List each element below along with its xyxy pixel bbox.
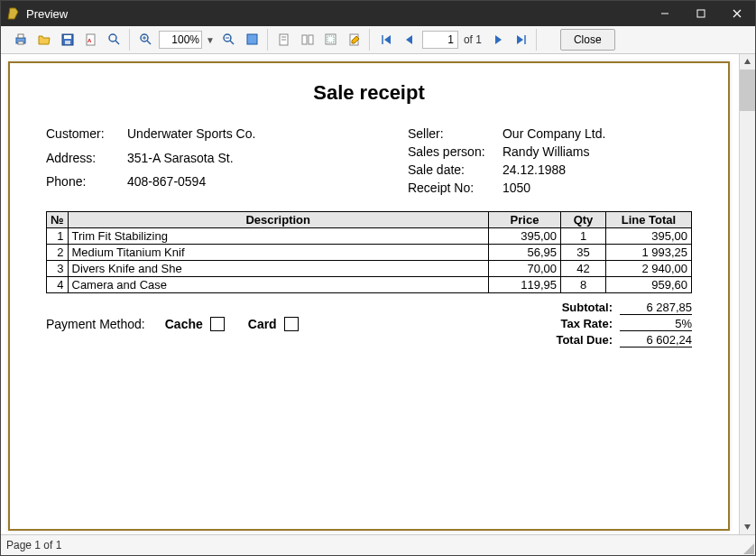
cell-total: 2 940,00 <box>606 261 692 277</box>
svg-marker-32 <box>406 35 412 44</box>
close-window-button[interactable] <box>719 1 755 26</box>
maximize-button[interactable] <box>683 1 719 26</box>
cell-qty: 1 <box>561 228 606 245</box>
margins-icon[interactable] <box>320 29 342 51</box>
svg-marker-33 <box>495 35 502 44</box>
svg-rect-21 <box>247 34 257 44</box>
preview-area: Sale receipt Customer: Underwater Sports… <box>1 54 739 534</box>
last-page-icon[interactable] <box>511 29 532 51</box>
svg-marker-37 <box>744 524 751 530</box>
pay-opt-cache: Cache <box>165 317 203 331</box>
close-button[interactable]: Close <box>560 29 615 51</box>
scroll-up-icon[interactable] <box>740 54 755 70</box>
col-idx: № <box>47 212 69 228</box>
cell-total: 395,00 <box>606 228 692 245</box>
svg-rect-1 <box>697 10 705 17</box>
cell-idx: 4 <box>47 277 69 293</box>
cell-desc: Medium Titanium Knif <box>68 245 489 261</box>
print-icon[interactable] <box>10 29 32 51</box>
table-row: 1Trim Fit Stabilizing395,001395,00 <box>47 228 692 245</box>
svg-rect-25 <box>302 35 307 44</box>
totals: Subtotal: 6 287,85 Tax Rate: 5% Total Du… <box>556 301 692 348</box>
cell-qty: 35 <box>561 245 606 261</box>
cell-price: 56,95 <box>489 245 561 261</box>
svg-line-13 <box>115 41 119 44</box>
export-pdf-icon[interactable]: A <box>80 29 102 51</box>
page-number-input[interactable] <box>422 31 458 49</box>
taxrate-label: Tax Rate: <box>556 317 613 331</box>
table-row: 4Camera and Case119,958959,60 <box>47 277 692 293</box>
cell-qty: 42 <box>561 261 606 277</box>
address-value: 351-A Sarasota St. <box>127 151 408 171</box>
col-qty: Qty <box>561 212 606 228</box>
find-icon[interactable] <box>104 29 125 51</box>
items-table: № Description Price Qty Line Total 1Trim… <box>46 211 692 293</box>
cell-price: 70,00 <box>489 261 561 277</box>
cell-total: 1 993,25 <box>606 245 692 261</box>
saledate-value: 24.12.1988 <box>502 162 605 177</box>
status-text: Page 1 of 1 <box>6 539 61 551</box>
cell-price: 119,95 <box>489 277 561 293</box>
cell-total: 959,60 <box>606 277 692 293</box>
pay-checkbox-card <box>284 317 299 331</box>
col-total: Line Total <box>606 212 692 228</box>
svg-rect-9 <box>65 41 70 44</box>
zoom-combo[interactable] <box>159 31 202 49</box>
two-page-icon[interactable] <box>297 29 318 51</box>
address-label: Address: <box>46 151 118 171</box>
scroll-down-icon[interactable] <box>740 519 755 534</box>
titlebar: Preview <box>1 1 755 26</box>
zoom-in-icon[interactable] <box>135 29 157 51</box>
statusbar: Page 1 of 1 <box>1 534 755 555</box>
open-icon[interactable] <box>33 29 55 51</box>
table-row: 3Divers Knife and She70,00422 940,00 <box>47 261 692 277</box>
zoom-dropdown-icon[interactable]: ▼ <box>204 35 217 45</box>
page-settings-icon[interactable] <box>273 29 295 51</box>
preview-window: Preview A <box>0 0 756 556</box>
cell-qty: 8 <box>561 277 606 293</box>
phone-label: Phone: <box>46 174 118 195</box>
cell-price: 395,00 <box>489 228 561 245</box>
page-of-label: of 1 <box>460 33 485 46</box>
receiptno-value: 1050 <box>502 181 605 195</box>
pay-checkbox-cache <box>210 317 225 331</box>
cell-desc: Trim Fit Stabilizing <box>68 228 489 245</box>
fullscreen-icon[interactable] <box>242 29 263 51</box>
payment-method-label: Payment Method: <box>46 317 145 331</box>
svg-rect-8 <box>64 35 71 39</box>
cell-idx: 1 <box>47 228 69 245</box>
app-icon <box>6 6 21 21</box>
receiptno-label: Receipt No: <box>408 181 493 195</box>
edit-page-icon[interactable] <box>344 29 365 51</box>
customer-label: Customer: <box>46 126 118 147</box>
svg-rect-26 <box>309 35 313 44</box>
svg-line-17 <box>147 41 151 44</box>
vertical-scrollbar[interactable] <box>739 54 755 534</box>
subtotal-value: 6 287,85 <box>620 301 692 315</box>
cell-idx: 3 <box>47 261 69 277</box>
col-price: Price <box>489 212 561 228</box>
svg-rect-5 <box>18 34 23 38</box>
cell-idx: 2 <box>47 245 69 261</box>
table-row: 2Medium Titanium Knif56,95351 993,25 <box>47 245 692 261</box>
cell-desc: Camera and Case <box>68 277 489 293</box>
first-page-icon[interactable] <box>375 29 397 51</box>
save-icon[interactable] <box>57 29 78 51</box>
svg-marker-31 <box>384 35 391 44</box>
zoom-out-icon[interactable] <box>218 29 240 51</box>
svg-rect-6 <box>18 42 23 44</box>
salesperson-label: Sales person: <box>408 144 493 159</box>
minimize-button[interactable] <box>647 1 683 26</box>
resize-grip-icon[interactable] <box>743 543 754 554</box>
saledate-label: Sale date: <box>408 162 493 177</box>
scroll-thumb[interactable] <box>740 70 755 111</box>
svg-marker-36 <box>744 59 751 64</box>
seller-label: Seller: <box>408 126 493 141</box>
prev-page-icon[interactable] <box>399 29 420 51</box>
svg-line-20 <box>230 41 234 44</box>
next-page-icon[interactable] <box>487 29 509 51</box>
totaldue-value: 6 602,24 <box>620 333 692 348</box>
window-title: Preview <box>26 7 647 21</box>
col-desc: Description <box>68 212 489 228</box>
payment-method: Payment Method: Cache Card <box>46 301 299 348</box>
